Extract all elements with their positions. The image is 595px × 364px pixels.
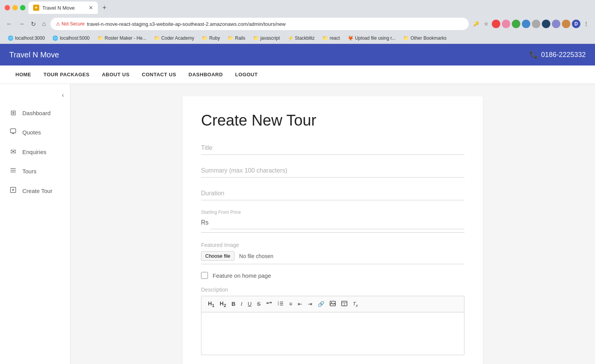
menu-icon[interactable]: ⋮ xyxy=(582,20,590,28)
editor-h1-button[interactable]: H1 xyxy=(206,299,216,309)
editor-image-button[interactable] xyxy=(328,300,338,309)
title-field xyxy=(201,141,464,155)
bookmark-folder-icon: 📁 xyxy=(202,35,208,41)
bookmark-other[interactable]: 📁 Other Bookmarks xyxy=(400,35,449,42)
bookmark-localhost-5000[interactable]: 🌐 localhost:5000 xyxy=(49,35,92,42)
bookmark-icon: ⚡ xyxy=(288,35,293,41)
tours-icon xyxy=(9,167,17,176)
bookmark-ruby[interactable]: 📁 Ruby xyxy=(199,35,223,42)
bookmark-label: Stackblitz xyxy=(295,35,315,41)
extension-icon-4[interactable] xyxy=(522,20,530,28)
maximize-dot[interactable] xyxy=(20,5,25,10)
nav-about-us[interactable]: ABOUT US xyxy=(96,65,136,84)
description-editor[interactable] xyxy=(201,312,464,355)
new-tab-button[interactable]: + xyxy=(101,4,108,12)
bookmark-localhost-3000[interactable]: 🌐 localhost:3000 xyxy=(5,35,48,42)
editor-strikethrough-button[interactable]: S xyxy=(255,300,262,308)
editor-link-button[interactable]: 🔗 xyxy=(316,300,326,308)
nav-home[interactable]: HOME xyxy=(9,65,37,84)
sidebar-item-enquiries[interactable]: ✉ Enquiries xyxy=(0,142,70,161)
address-bar[interactable]: ⚠ Not Secure travel-n-move-react-staging… xyxy=(50,18,469,30)
editor-h2-button[interactable]: H2 xyxy=(218,299,228,309)
bookmark-label: Ruby xyxy=(209,35,220,41)
bookmark-stackblitz[interactable]: ⚡ Stackblitz xyxy=(285,35,318,42)
star-icon[interactable]: ☆ xyxy=(482,20,490,28)
bookmark-rails[interactable]: 📁 Rails xyxy=(225,35,248,42)
nav-dashboard[interactable]: DASHBOARD xyxy=(183,65,229,84)
bookmark-label: Rails xyxy=(235,35,245,41)
bookmark-label: Coder Academy xyxy=(161,35,194,41)
price-input[interactable] xyxy=(210,216,464,229)
extension-icon-1[interactable] xyxy=(492,20,500,28)
extension-icon-2[interactable] xyxy=(502,20,510,28)
profile-icon[interactable]: D xyxy=(572,20,580,28)
editor-italic-button[interactable]: I xyxy=(239,300,244,308)
sidebar: ‹ ⊞ Dashboard Quotes ✉ Enquiries Tours xyxy=(0,84,70,364)
bookmark-upload[interactable]: 🦊 Upload file using r... xyxy=(345,35,399,42)
sidebar-item-tours[interactable]: Tours xyxy=(0,161,70,181)
extension-icon-6[interactable] xyxy=(542,20,550,28)
main-content: Create New Tour Starting From Price xyxy=(70,84,595,364)
editor-indent-more-button[interactable]: ⇥ xyxy=(306,300,314,308)
feature-checkbox-row: Feature on home page xyxy=(201,272,464,279)
editor-container: H1 H2 B I U S ❝❞ 1.2.3. ≡ ⇤ xyxy=(201,296,464,355)
bookmark-label: react xyxy=(330,35,340,41)
editor-underline-button[interactable]: U xyxy=(246,300,253,308)
extension-icon-7[interactable] xyxy=(552,20,560,28)
editor-indent-less-button[interactable]: ⇤ xyxy=(296,300,304,308)
bookmark-icon: 🌐 xyxy=(52,35,58,41)
editor-unordered-list-button[interactable]: ≡ xyxy=(287,300,294,308)
nav-contact-us[interactable]: CONTACT US xyxy=(136,65,182,84)
forward-button[interactable]: → xyxy=(17,19,26,29)
sidebar-item-label-dashboard: Dashboard xyxy=(22,110,50,116)
sidebar-collapse-button[interactable]: ‹ xyxy=(62,92,64,99)
price-prefix: Rs xyxy=(201,219,209,226)
editor-clear-format-button[interactable]: Tx xyxy=(351,300,360,309)
nav-tour-packages[interactable]: TOUR PACKAGES xyxy=(37,65,96,84)
nav-logout[interactable]: LOGOUT xyxy=(229,65,264,84)
bookmark-label: Roster Maker - He... xyxy=(105,35,146,41)
summary-input[interactable] xyxy=(201,164,464,178)
bookmark-label: javascript xyxy=(260,35,280,41)
extension-icon-8[interactable] xyxy=(562,20,570,28)
bookmark-label: localhost:3000 xyxy=(15,35,45,41)
reload-button[interactable]: ↻ xyxy=(29,19,37,29)
close-dot[interactable] xyxy=(5,5,10,10)
title-input[interactable] xyxy=(201,141,464,155)
bookmark-javascript[interactable]: 📁 javascript xyxy=(250,35,283,42)
duration-input[interactable] xyxy=(201,187,464,200)
extension-icon-3[interactable] xyxy=(512,20,520,28)
editor-blockquote-button[interactable]: ❝❞ xyxy=(264,300,274,308)
bookmarks-bar: 🌐 localhost:3000 🌐 localhost:5000 📁 Rost… xyxy=(0,32,595,44)
extension-icon-5[interactable] xyxy=(532,20,540,28)
feature-checkbox[interactable] xyxy=(201,272,208,279)
app-header: Travel N Move 📞 0186-2225332 xyxy=(0,44,595,65)
editor-table-button[interactable] xyxy=(339,300,349,309)
back-button[interactable]: ← xyxy=(5,19,14,29)
create-tour-form-card: Create New Tour Starting From Price xyxy=(183,96,483,364)
browser-tab[interactable]: ✈ Travel N Move ✕ xyxy=(28,2,98,14)
editor-bold-button[interactable]: B xyxy=(230,300,237,308)
minimize-dot[interactable] xyxy=(12,5,18,10)
bookmark-roster-maker[interactable]: 📁 Roster Maker - He... xyxy=(94,35,149,42)
bookmark-folder-icon: 📁 xyxy=(97,35,103,41)
tab-close-button[interactable]: ✕ xyxy=(89,5,93,11)
choose-file-button[interactable]: Choose file xyxy=(201,251,235,261)
feature-checkbox-label[interactable]: Feature on home page xyxy=(213,272,271,279)
app-title: Travel N Move xyxy=(9,50,59,59)
sidebar-item-quotes[interactable]: Quotes xyxy=(0,122,70,142)
security-indicator: ⚠ Not Secure xyxy=(56,21,85,27)
sidebar-item-dashboard[interactable]: ⊞ Dashboard xyxy=(0,103,70,122)
bookmark-react[interactable]: 📁 react xyxy=(319,35,343,42)
dashboard-icon: ⊞ xyxy=(9,109,17,117)
phone-icon: 📞 xyxy=(530,50,538,59)
bookmark-coder-academy[interactable]: 📁 Coder Academy xyxy=(151,35,197,42)
tab-title: Travel N Move xyxy=(42,5,75,11)
editor-ordered-list-button[interactable]: 1.2.3. xyxy=(276,300,286,309)
sidebar-toggle-area: ‹ xyxy=(0,90,70,103)
key-icon[interactable]: 🔑 xyxy=(472,20,480,28)
sidebar-item-create-tour[interactable]: Create Tour xyxy=(0,181,70,201)
bookmark-folder-icon: 📁 xyxy=(403,35,409,41)
home-button[interactable]: ⌂ xyxy=(40,19,47,29)
url-text: travel-n-move-react-staging.s3-website-a… xyxy=(87,21,286,27)
